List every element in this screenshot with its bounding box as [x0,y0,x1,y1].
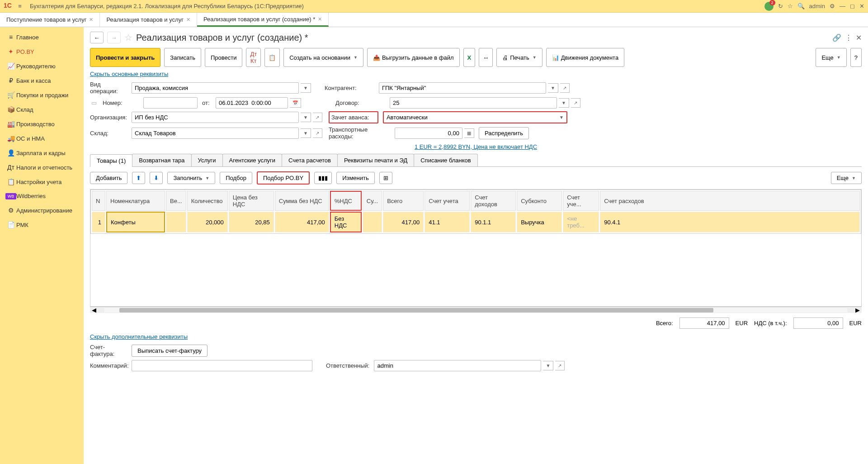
tab-sale[interactable]: Реализация товаров и услуг✕ [100,13,197,27]
close-window-icon[interactable]: ✕ [859,3,864,9]
logo-1c: 1C [4,2,14,11]
maximize-icon[interactable]: ◻ [850,3,855,9]
history-icon[interactable]: ↻ [778,3,783,9]
tabs-bar: Поступление товаров и услуг✕ Реализация … [0,13,868,27]
close-icon[interactable]: ✕ [89,17,93,23]
notifications-icon[interactable] [764,2,774,11]
title-bar: 1C ≡ Бухгалтерия для Беларуси, редакция … [0,0,868,13]
star-icon[interactable]: ☆ [788,3,793,9]
close-icon[interactable]: ✕ [186,17,190,23]
burger-icon[interactable]: ≡ [14,3,25,9]
search-icon[interactable]: 🔍 [797,3,805,9]
tab-receipt[interactable]: Поступление товаров и услуг✕ [0,13,100,27]
minimize-icon[interactable]: — [840,3,845,9]
app-title: Бухгалтерия для Беларуси, редакция 2.1. … [25,3,764,9]
close-icon[interactable]: ✕ [318,16,322,22]
settings-icon[interactable]: ⚙ [830,3,835,9]
user-name[interactable]: admin [809,3,825,9]
tab-sale-create[interactable]: Реализация товаров и услуг (создание) *✕ [197,13,329,27]
